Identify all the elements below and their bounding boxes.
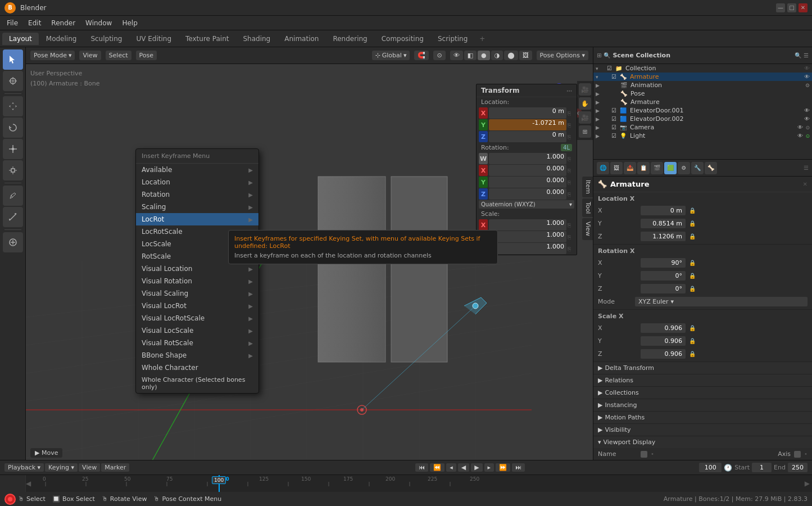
solid-mode[interactable]: ●	[478, 51, 490, 60]
copy-z-icon[interactable]: ⎘	[568, 134, 574, 140]
axis-checkbox[interactable]	[794, 451, 801, 458]
outliner-elevatordoor-002[interactable]: ▶ ☑ 🟦 ElevatorDoor.002 👁	[593, 115, 812, 123]
xray-toggle[interactable]: ◧	[464, 51, 477, 60]
tool-scale[interactable]	[3, 139, 23, 159]
viewport-display-header[interactable]: ▾ Viewport Display	[593, 436, 812, 448]
delta-transform-header[interactable]: ▶ Delta Transform	[593, 362, 812, 374]
location-z-input[interactable]: 0 m	[489, 131, 566, 142]
outliner-collection[interactable]: ▾ ☑ 📁 Collection 👁	[593, 64, 812, 73]
menu-edit[interactable]: Edit	[24, 18, 46, 28]
copy-ry-icon[interactable]: ⎘	[568, 179, 574, 186]
data-tab[interactable]: 🦴	[705, 162, 717, 174]
menu-file[interactable]: File	[2, 18, 22, 28]
outliner-pose[interactable]: ▶ 🦴 Pose	[593, 89, 812, 98]
copy-rx-icon[interactable]: ⎘	[568, 168, 574, 174]
copy-rz-icon[interactable]: ⎘	[568, 191, 574, 197]
tool-tab[interactable]: Tool	[582, 198, 593, 217]
modifier-tab[interactable]: 🔧	[691, 162, 704, 174]
km-location[interactable]: Location▶	[136, 176, 258, 188]
close-button[interactable]: ✕	[799, 3, 808, 12]
view-tab[interactable]: View	[582, 218, 593, 240]
filter-icon[interactable]: ☰	[804, 165, 809, 171]
tool-measure[interactable]	[3, 207, 23, 227]
copy-y-icon[interactable]: ⎘	[568, 122, 574, 128]
play-reverse-button[interactable]: ◀	[458, 463, 469, 472]
viewport-global-dropdown[interactable]: ⊹ Global ▾	[372, 51, 410, 60]
item-tab[interactable]: Item	[582, 177, 593, 197]
step-forward-button[interactable]: ▸	[484, 463, 495, 472]
menu-render[interactable]: Render	[47, 18, 80, 28]
grab-btn[interactable]: ✋	[579, 97, 591, 110]
tool-select[interactable]	[3, 49, 23, 70]
rotation-w-input[interactable]: 1.000	[489, 153, 566, 164]
km-visual-rotation[interactable]: Visual Rotation▶	[136, 275, 258, 287]
current-frame[interactable]: 100	[699, 463, 722, 472]
render-mode[interactable]: ⬤	[504, 51, 518, 60]
output-props-tab[interactable]: 📤	[624, 162, 636, 174]
view-menu-timeline[interactable]: View	[79, 463, 100, 472]
tab-layout[interactable]: Layout	[2, 33, 39, 45]
rotation-z-input[interactable]: 0.000	[489, 188, 566, 200]
jump-next-keyframe[interactable]: ⏩	[496, 463, 510, 472]
play-button[interactable]: ▶	[471, 463, 482, 472]
grid-btn[interactable]: ⊞	[579, 125, 591, 138]
render-props-tab[interactable]: 🖼	[610, 162, 623, 174]
outliner-light[interactable]: ▶ ☑ 💡 Light 👁 ⊙	[593, 132, 812, 140]
outliner-animation[interactable]: ▶ 🎬 Animation ⚙	[593, 81, 812, 89]
copy-sy-icon[interactable]: ⎘	[568, 234, 574, 240]
tool-rotate[interactable]	[3, 118, 23, 138]
scale-x-input[interactable]: 1.000	[489, 219, 566, 231]
km-visual-locscale[interactable]: Visual LocScale▶	[136, 324, 258, 337]
start-frame[interactable]: 1	[752, 463, 772, 472]
outliner-armature-sub[interactable]: ▶ 🦴 Armature	[593, 98, 812, 106]
tab-compositing[interactable]: Compositing	[375, 33, 430, 45]
playback-menu[interactable]: Playback ▾	[4, 463, 44, 472]
select-menu[interactable]: Select	[106, 51, 131, 60]
rotation-x-input[interactable]: 0.000	[489, 165, 566, 176]
tab-rendering[interactable]: Rendering	[326, 33, 374, 45]
outliner-camera[interactable]: ▶ ☑ 📷 Camera 👁 ⊙	[593, 123, 812, 132]
tab-scripting[interactable]: Scripting	[431, 33, 474, 45]
scene-tab[interactable]: 🎬	[651, 162, 663, 174]
tab-shading[interactable]: Shading	[236, 33, 277, 45]
scene-props-tab[interactable]: 🌐	[597, 162, 609, 174]
timeline-scroll-right[interactable]: ▶	[805, 480, 810, 487]
location-y-input[interactable]: -1.0721 m	[489, 119, 566, 130]
tab-animation[interactable]: Animation	[278, 33, 325, 45]
keying-menu[interactable]: Keying ▾	[45, 463, 78, 472]
viewport-mode-dropdown[interactable]: Pose Mode ▾	[30, 51, 75, 60]
km-available[interactable]: Available▶	[136, 164, 258, 176]
relations-header[interactable]: ▶ Relations	[593, 374, 812, 386]
km-whole-character[interactable]: Whole Character	[136, 362, 258, 374]
rotation-y-input[interactable]: 0.000	[489, 177, 566, 188]
km-visual-scaling[interactable]: Visual Scaling▶	[136, 287, 258, 300]
scale-y-input[interactable]: 1.000	[489, 231, 566, 242]
timeline-content[interactable]: 0 25 50 75 100 100 125 150 175 200 225 2…	[26, 475, 812, 492]
timeline-track[interactable]: 0 25 50 75 100 100 125 150 175 200 225 2…	[0, 475, 812, 492]
rotation-mode-dropdown[interactable]: Quaternion (WXYZ) ▾	[479, 200, 574, 209]
step-back-button[interactable]: ◂	[446, 463, 456, 472]
viewport-canvas[interactable]: User Perspective (100) Armature : Bone Z…	[26, 64, 593, 460]
camera-view-btn[interactable]: 🎥	[579, 83, 591, 96]
km-visual-location[interactable]: Visual Location▶	[136, 263, 258, 275]
tool-cursor[interactable]	[3, 71, 23, 91]
copy-sz-icon[interactable]: ⎘	[568, 246, 574, 252]
km-rotation[interactable]: Rotation▶	[136, 188, 258, 201]
copy-sx-icon[interactable]: ⎘	[568, 222, 574, 228]
jump-prev-keyframe[interactable]: ⏪	[430, 463, 444, 472]
tool-add[interactable]	[3, 232, 23, 252]
viewport-render[interactable]: 🖼	[519, 51, 532, 60]
viewport-overlays[interactable]: 👁	[450, 51, 463, 60]
add-workspace-button[interactable]: +	[475, 33, 489, 45]
name-checkbox[interactable]	[641, 451, 647, 458]
menu-help[interactable]: Help	[117, 18, 142, 28]
tab-modeling[interactable]: Modeling	[39, 33, 84, 45]
pose-options[interactable]: Pose Options ▾	[537, 51, 588, 60]
km-visual-locrotscale[interactable]: Visual LocRotScale▶	[136, 312, 258, 324]
object-props-tab[interactable]: 🟩	[664, 162, 677, 174]
move-panel-btn[interactable]: ▶ Move	[30, 448, 62, 458]
km-visual-rotscale[interactable]: Visual RotScale▶	[136, 337, 258, 349]
instancing-header[interactable]: ▶ Instancing	[593, 399, 812, 411]
tool-annotate[interactable]	[3, 186, 23, 206]
outliner-armature[interactable]: ▾ ☑ 🦴 Armature 👁	[593, 73, 812, 81]
